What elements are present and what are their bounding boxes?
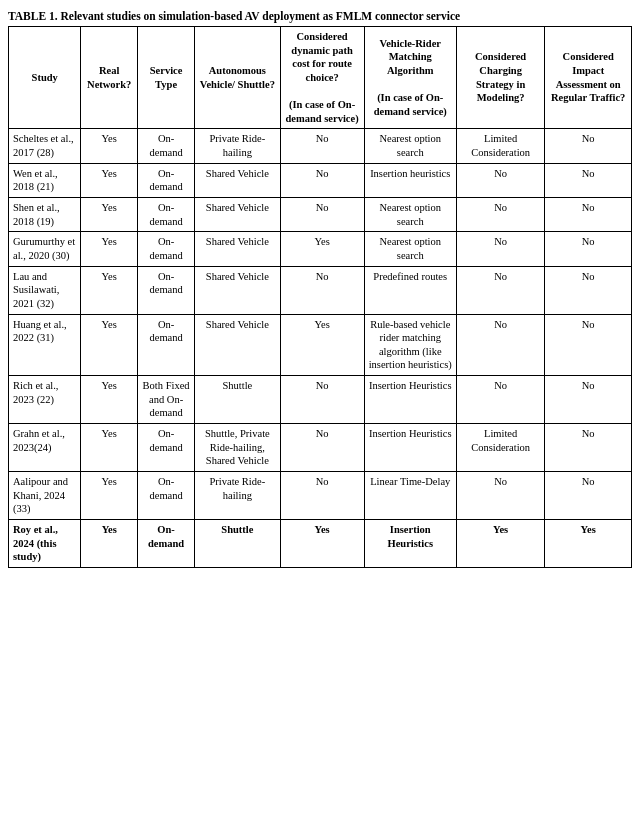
cell-study: Wen et al., 2018 (21) — [9, 163, 81, 197]
cell-col-1: Yes — [81, 376, 138, 424]
table-row: Huang et al., 2022 (31)YesOn-demandShare… — [9, 314, 632, 376]
col-header-vehicle: Autonomous Vehicle/ Shuttle? — [195, 27, 280, 129]
cell-col-6: No — [456, 471, 544, 519]
cell-col-2: On-demand — [138, 471, 195, 519]
cell-col-6: No — [456, 163, 544, 197]
cell-col-6: Yes — [456, 519, 544, 567]
cell-col-4: No — [280, 129, 364, 163]
cell-col-2: On-demand — [138, 232, 195, 266]
table-row: Grahn et al., 2023(24)YesOn-demandShuttl… — [9, 424, 632, 472]
col-header-charging: Considered Charging Strategy in Modeling… — [456, 27, 544, 129]
cell-study: Huang et al., 2022 (31) — [9, 314, 81, 376]
col-header-service-type: Service Type — [138, 27, 195, 129]
cell-col-6: Limited Consideration — [456, 424, 544, 472]
cell-col-1: Yes — [81, 314, 138, 376]
cell-col-6: No — [456, 198, 544, 232]
cell-col-4: No — [280, 471, 364, 519]
cell-col-1: Yes — [81, 129, 138, 163]
cell-col-3: Private Ride-hailing — [195, 471, 280, 519]
cell-col-7: No — [545, 163, 632, 197]
cell-col-6: No — [456, 232, 544, 266]
cell-col-3: Shared Vehicle — [195, 232, 280, 266]
cell-col-5: Insertion Heuristics — [364, 376, 456, 424]
cell-col-1: Yes — [81, 232, 138, 266]
cell-col-2: On-demand — [138, 163, 195, 197]
cell-col-5: Insertion Heuristics — [364, 424, 456, 472]
cell-study: Shen et al., 2018 (19) — [9, 198, 81, 232]
cell-col-1: Yes — [81, 424, 138, 472]
cell-col-4: Yes — [280, 314, 364, 376]
cell-col-4: No — [280, 163, 364, 197]
cell-col-2: On-demand — [138, 314, 195, 376]
cell-study: Aalipour and Khani, 2024 (33) — [9, 471, 81, 519]
cell-col-6: No — [456, 314, 544, 376]
cell-col-3: Shuttle — [195, 519, 280, 567]
cell-col-1: Yes — [81, 519, 138, 567]
cell-col-7: No — [545, 198, 632, 232]
cell-col-7: No — [545, 129, 632, 163]
cell-col-7: No — [545, 266, 632, 314]
cell-col-4: No — [280, 266, 364, 314]
table-title: TABLE 1. Relevant studies on simulation-… — [8, 10, 632, 22]
cell-col-5: Insertion heuristics — [364, 163, 456, 197]
table-row: Gurumurthy et al., 2020 (30)YesOn-demand… — [9, 232, 632, 266]
cell-col-3: Shared Vehicle — [195, 198, 280, 232]
cell-col-2: On-demand — [138, 266, 195, 314]
table-row: Scheltes et al., 2017 (28)YesOn-demandPr… — [9, 129, 632, 163]
cell-study: Lau and Susilawati, 2021 (32) — [9, 266, 81, 314]
cell-col-4: No — [280, 376, 364, 424]
cell-col-5: Nearest option search — [364, 198, 456, 232]
cell-col-7: No — [545, 232, 632, 266]
cell-col-5: Nearest option search — [364, 232, 456, 266]
cell-col-1: Yes — [81, 471, 138, 519]
cell-col-7: No — [545, 314, 632, 376]
cell-col-7: No — [545, 471, 632, 519]
table-row: Roy et al., 2024 (this study)YesOn-deman… — [9, 519, 632, 567]
cell-col-3: Shared Vehicle — [195, 266, 280, 314]
cell-col-5: Nearest option search — [364, 129, 456, 163]
cell-col-5: Linear Time-Delay — [364, 471, 456, 519]
cell-study: Roy et al., 2024 (this study) — [9, 519, 81, 567]
table-row: Aalipour and Khani, 2024 (33)YesOn-deman… — [9, 471, 632, 519]
col-header-impact: Considered Impact Assessment on Regular … — [545, 27, 632, 129]
cell-col-2: On-demand — [138, 129, 195, 163]
cell-col-2: On-demand — [138, 519, 195, 567]
main-table: Study Real Network? Service Type Autonom… — [8, 26, 632, 568]
cell-study: Rich et al., 2023 (22) — [9, 376, 81, 424]
cell-col-6: No — [456, 266, 544, 314]
cell-col-3: Shuttle, Private Ride-hailing, Shared Ve… — [195, 424, 280, 472]
cell-col-1: Yes — [81, 266, 138, 314]
cell-study: Grahn et al., 2023(24) — [9, 424, 81, 472]
cell-col-2: On-demand — [138, 198, 195, 232]
cell-col-6: Limited Consideration — [456, 129, 544, 163]
cell-col-3: Shared Vehicle — [195, 163, 280, 197]
cell-col-2: Both Fixed and On-demand — [138, 376, 195, 424]
cell-col-2: On-demand — [138, 424, 195, 472]
cell-col-3: Private Ride-hailing — [195, 129, 280, 163]
cell-col-1: Yes — [81, 163, 138, 197]
cell-col-7: Yes — [545, 519, 632, 567]
col-header-real-network: Real Network? — [81, 27, 138, 129]
cell-col-7: No — [545, 424, 632, 472]
cell-col-7: No — [545, 376, 632, 424]
cell-col-4: No — [280, 424, 364, 472]
cell-study: Gurumurthy et al., 2020 (30) — [9, 232, 81, 266]
table-row: Lau and Susilawati, 2021 (32)YesOn-deman… — [9, 266, 632, 314]
table-row: Shen et al., 2018 (19)YesOn-demandShared… — [9, 198, 632, 232]
cell-col-4: Yes — [280, 232, 364, 266]
col-header-matching: Vehicle-Rider Matching Algorithm(In case… — [364, 27, 456, 129]
cell-col-5: Insertion Heuristics — [364, 519, 456, 567]
cell-study: Scheltes et al., 2017 (28) — [9, 129, 81, 163]
col-header-dynamic-path: Considered dynamic path cost for route c… — [280, 27, 364, 129]
cell-col-6: No — [456, 376, 544, 424]
cell-col-3: Shared Vehicle — [195, 314, 280, 376]
cell-col-4: Yes — [280, 519, 364, 567]
cell-col-5: Predefined routes — [364, 266, 456, 314]
cell-col-5: Rule-based vehicle rider matching algori… — [364, 314, 456, 376]
cell-col-1: Yes — [81, 198, 138, 232]
table-row: Wen et al., 2018 (21)YesOn-demandShared … — [9, 163, 632, 197]
table-row: Rich et al., 2023 (22)YesBoth Fixed and … — [9, 376, 632, 424]
col-header-study: Study — [9, 27, 81, 129]
cell-col-4: No — [280, 198, 364, 232]
cell-col-3: Shuttle — [195, 376, 280, 424]
